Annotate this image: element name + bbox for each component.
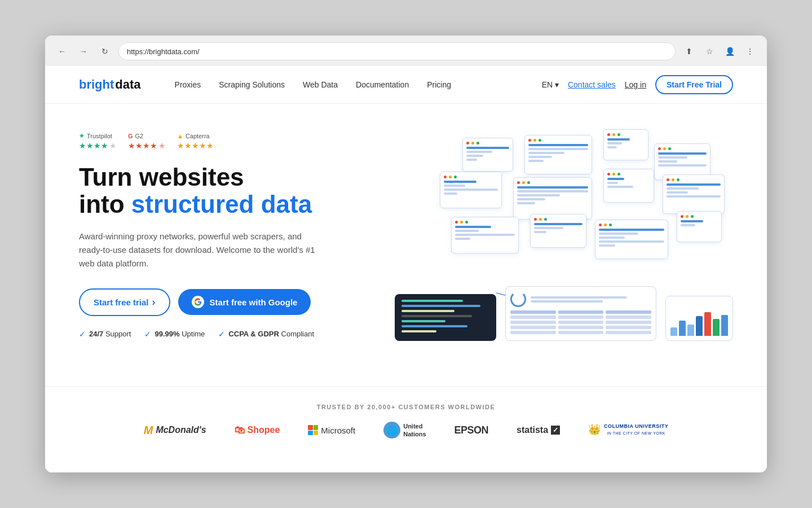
check-icon-support: ✓ — [79, 330, 86, 339]
mini-card-11 — [595, 220, 668, 259]
trust-item-support: ✓ 24/7 Support — [79, 330, 131, 339]
nav-lang[interactable]: EN ▾ — [542, 80, 559, 89]
hero-headline: Turn websites into structured data — [79, 164, 372, 218]
mini-card-2 — [524, 135, 592, 174]
hero-left: ★ Trustpilot ★★★★★ G G2 ★★★★★ — [79, 126, 372, 339]
nav-start-free-trial[interactable]: Start Free Trial — [655, 75, 733, 94]
logo-mcdonalds: M McDonald's — [144, 424, 206, 437]
logo-shopee: 🛍 Shopee — [235, 424, 280, 436]
menu-button[interactable]: ⋮ — [742, 43, 758, 59]
logo-statista: statista ✓ — [517, 425, 560, 435]
trusted-section: TRUSTED BY 20,000+ CUSTOMERS WORLDWIDE M… — [45, 386, 767, 456]
start-free-trial-button[interactable]: Start free trial › — [79, 288, 170, 316]
cta-group: Start free trial › Start free — [79, 288, 372, 316]
trust-item-uptime: ✓ 99.99% Uptime — [144, 330, 205, 339]
g2-stars: ★★★★★ — [128, 141, 166, 150]
bookmark-button[interactable]: ☆ — [701, 43, 717, 59]
page-content: bright data Proxies Scraping Solutions W… — [45, 66, 767, 472]
browser-chrome: ← → ↻ https://brightdata.com/ ⬆ ☆ 👤 ⋮ — [45, 36, 767, 66]
headline-accent: structured data — [131, 190, 312, 218]
logo-bright: bright — [79, 77, 114, 92]
mini-card-12 — [677, 211, 722, 242]
nav-link-webdata[interactable]: Web Data — [303, 80, 338, 89]
browser-toolbar: ← → ↻ https://brightdata.com/ ⬆ ☆ 👤 ⋮ — [54, 42, 758, 66]
viz-bottom — [395, 286, 733, 341]
mini-card-8 — [663, 174, 725, 214]
refresh-button[interactable]: ↻ — [97, 43, 113, 59]
rating-trustpilot: ★ Trustpilot ★★★★★ — [79, 132, 117, 150]
mini-card-5 — [440, 172, 502, 208]
hero-section: ★ Trustpilot ★★★★★ G G2 ★★★★★ — [45, 104, 767, 386]
g2-brand: G G2 — [128, 133, 166, 139]
capterra-brand: ▲ Capterra — [177, 133, 214, 139]
mini-card-3 — [603, 129, 648, 160]
trusted-logos: M McDonald's 🛍 Shopee Microso — [79, 422, 733, 439]
chart-bars — [670, 308, 728, 336]
back-button[interactable]: ← — [54, 43, 70, 59]
nav-link-docs[interactable]: Documentation — [356, 80, 409, 89]
start-with-google-button[interactable]: Start free with Google — [178, 289, 311, 315]
headline-line2-plain: into — [79, 190, 131, 218]
hero-description: Award-winning proxy networks, powerful w… — [79, 230, 316, 270]
check-icon-uptime: ✓ — [144, 330, 151, 339]
nav-link-scraping[interactable]: Scraping Solutions — [219, 80, 285, 89]
trustpilot-brand: ★ Trustpilot — [79, 132, 117, 139]
mini-card-10 — [530, 214, 586, 248]
mini-card-9 — [451, 217, 519, 253]
rating-g2: G G2 ★★★★★ — [128, 133, 166, 150]
nav-right: EN ▾ Contact sales Log in Start Free Tri… — [542, 75, 733, 94]
ratings-row: ★ Trustpilot ★★★★★ G G2 ★★★★★ — [79, 132, 372, 150]
capterra-stars: ★★★★★ — [177, 141, 214, 150]
nav-login[interactable]: Log in — [625, 80, 646, 89]
address-bar[interactable]: https://brightdata.com/ — [118, 42, 676, 60]
browser-actions: ⬆ ☆ 👤 ⋮ — [681, 43, 758, 59]
mini-card-7 — [603, 169, 654, 203]
logo-columbia: 👑 COLUMBIA UNIVERSITYIN THE CITY OF NEW … — [588, 423, 668, 436]
profile-button[interactable]: 👤 — [722, 43, 738, 59]
trust-badges: ✓ 24/7 Support ✓ 99.99% Uptime ✓ CCPA & … — [79, 330, 372, 339]
trustpilot-stars: ★★★★★ — [79, 141, 117, 150]
viz-container — [395, 126, 733, 341]
logo-united-nations: 🌐 UnitedNations — [383, 422, 426, 439]
hero-visualization — [395, 126, 733, 341]
rating-capterra: ▲ Capterra ★★★★★ — [177, 133, 214, 150]
share-button[interactable]: ⬆ — [681, 43, 697, 59]
viz-cards — [395, 126, 733, 296]
trust-item-compliance: ✓ CCPA & GDPR Compliant — [218, 330, 314, 339]
browser-window: ← → ↻ https://brightdata.com/ ⬆ ☆ 👤 ⋮ br… — [45, 36, 767, 472]
headline-line1: Turn websites — [79, 163, 244, 191]
trusted-label: TRUSTED BY 20,000+ CUSTOMERS WORLDWIDE — [79, 404, 733, 410]
code-card — [395, 294, 496, 341]
forward-button[interactable]: → — [76, 43, 91, 59]
data-table-card — [505, 286, 656, 341]
nav-contact-sales[interactable]: Contact sales — [568, 80, 616, 89]
nav-link-pricing[interactable]: Pricing — [427, 80, 451, 89]
site-logo[interactable]: bright data — [79, 77, 141, 92]
site-nav: bright data Proxies Scraping Solutions W… — [45, 66, 767, 104]
logo-data: data — [115, 77, 140, 92]
google-icon — [192, 296, 204, 308]
logo-epson: EPSON — [454, 424, 489, 436]
arrow-icon: › — [152, 296, 156, 308]
mini-card-6 — [513, 177, 592, 220]
logo-microsoft: Microsoft — [308, 425, 355, 435]
chart-card — [665, 296, 733, 341]
check-icon-compliance: ✓ — [218, 330, 225, 339]
nav-links: Proxies Scraping Solutions Web Data Docu… — [175, 80, 519, 89]
mini-card-1 — [462, 138, 513, 172]
nav-link-proxies[interactable]: Proxies — [175, 80, 201, 89]
